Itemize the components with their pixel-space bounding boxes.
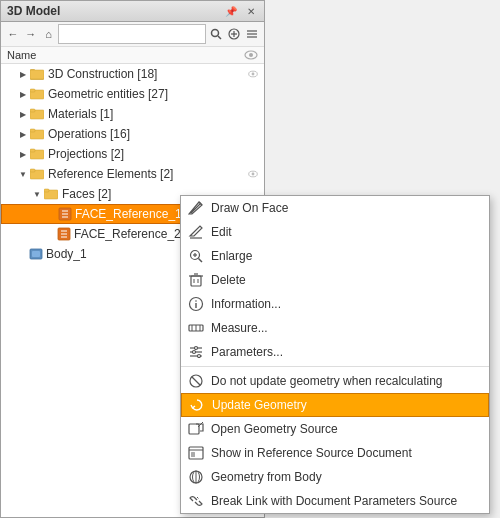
arrow-materials (17, 108, 29, 120)
svg-point-9 (249, 53, 253, 57)
menu-item-delete[interactable]: Delete (181, 268, 489, 292)
home-button[interactable]: ⌂ (41, 24, 57, 44)
label-edit: Edit (211, 225, 232, 239)
panel-title: 3D Model (7, 4, 60, 18)
label-break-link: Break Link with Document Parameters Sour… (211, 494, 457, 508)
params-icon (187, 343, 205, 361)
svg-rect-25 (30, 169, 35, 172)
svg-rect-13 (30, 70, 44, 79)
eye-icon-3d-construction (248, 69, 262, 79)
pin-button[interactable]: 📌 (222, 5, 240, 18)
draw-icon (187, 199, 205, 217)
list-icon (246, 28, 258, 40)
search-icon (210, 28, 222, 40)
open-source-icon (187, 420, 205, 438)
context-menu: Draw On Face Edit Enlarge (180, 195, 490, 514)
menu-item-draw-on-face[interactable]: Draw On Face (181, 196, 489, 220)
arrow-projections (17, 148, 29, 160)
svg-rect-45 (191, 276, 201, 286)
svg-point-27 (252, 173, 255, 176)
menu-item-information[interactable]: Information... (181, 292, 489, 316)
menu-item-break-link[interactable]: Break Link with Document Parameters Sour… (181, 489, 489, 513)
update-icon (188, 396, 206, 414)
face-ref-2-icon (57, 227, 71, 241)
folder-icon-geometric-entities (29, 86, 45, 102)
label-reference-elements: Reference Elements [2] (48, 167, 173, 181)
label-body-1: Body_1 (46, 247, 87, 261)
folder-icon-operations (29, 126, 45, 142)
svg-point-51 (195, 300, 197, 302)
back-button[interactable]: ← (5, 24, 21, 44)
svg-line-76 (197, 497, 199, 499)
folder-icon-reference-elements (29, 166, 45, 182)
label-information: Information... (211, 297, 281, 311)
menu-separator-1 (181, 366, 489, 367)
menu-item-show-in-reference[interactable]: Show in Reference Source Document (181, 441, 489, 465)
plus-icon (228, 28, 240, 40)
label-faces: Faces [2] (62, 187, 111, 201)
label-geometric-entities: Geometric entities [27] (48, 87, 168, 101)
label-update-geometry: Update Geometry (212, 398, 307, 412)
svg-point-0 (212, 30, 219, 37)
eye-icon-reference-elements (248, 169, 262, 179)
svg-point-62 (193, 351, 196, 354)
svg-rect-39 (32, 251, 40, 257)
close-button[interactable]: ✕ (244, 5, 258, 18)
svg-point-15 (252, 73, 255, 76)
tree-item-reference-elements[interactable]: Reference Elements [2] (1, 164, 264, 184)
search-button[interactable] (208, 24, 224, 44)
svg-rect-17 (30, 89, 35, 92)
menu-item-open-geometry-source[interactable]: Open Geometry Source (181, 417, 489, 441)
face-ref-1-icon (58, 207, 72, 221)
label-face-ref-1: FACE_Reference_1 (75, 207, 182, 221)
edit-icon (187, 223, 205, 241)
label-delete: Delete (211, 273, 246, 287)
toolbar: ← → ⌂ (1, 22, 264, 47)
column-header: Name (1, 47, 264, 64)
svg-line-1 (218, 36, 221, 39)
svg-rect-21 (30, 129, 35, 132)
label-operations: Operations [16] (48, 127, 130, 141)
body-1-icon (29, 247, 43, 261)
forward-button[interactable]: → (23, 24, 39, 44)
svg-rect-29 (44, 189, 49, 192)
geo-body-icon (187, 468, 205, 486)
label-open-geometry-source: Open Geometry Source (211, 422, 338, 436)
menu-item-edit[interactable]: Edit (181, 220, 489, 244)
menu-item-measure[interactable]: Measure... (181, 316, 489, 340)
enlarge-icon (187, 247, 205, 265)
svg-point-59 (195, 347, 198, 350)
label-draw-on-face: Draw On Face (211, 201, 288, 215)
label-3d-construction: 3D Construction [18] (48, 67, 157, 81)
tree-item-operations[interactable]: Operations [16] (1, 124, 264, 144)
arrow-operations (17, 128, 29, 140)
menu-item-geometry-from-body[interactable]: Geometry from Body (181, 465, 489, 489)
arrow-geometric-entities (17, 88, 29, 100)
label-materials: Materials [1] (48, 107, 113, 121)
arrow-face-ref-2 (45, 228, 57, 240)
folder-icon-3d-construction (29, 66, 45, 82)
arrow-3d-construction (17, 68, 29, 80)
menu-button[interactable] (244, 24, 260, 44)
svg-line-67 (192, 377, 200, 385)
label-do-not-update: Do not update geometry when recalculatin… (211, 374, 442, 388)
label-measure: Measure... (211, 321, 268, 335)
tree-item-materials[interactable]: Materials [1] (1, 104, 264, 124)
search-input[interactable] (58, 24, 206, 44)
arrow-faces (31, 188, 43, 200)
label-face-ref-2: FACE_Reference_2 (74, 227, 181, 241)
menu-item-update-geometry[interactable]: Update Geometry (181, 393, 489, 417)
svg-line-42 (199, 259, 203, 263)
info-icon (187, 295, 205, 313)
tree-item-geometric-entities[interactable]: Geometric entities [27] (1, 84, 264, 104)
svg-rect-19 (30, 109, 35, 112)
menu-item-parameters[interactable]: Parameters... (181, 340, 489, 364)
break-link-icon (187, 492, 205, 510)
menu-item-do-not-update[interactable]: Do not update geometry when recalculatin… (181, 369, 489, 393)
tree-item-3d-construction[interactable]: 3D Construction [18] (1, 64, 264, 84)
tree-item-projections[interactable]: Projections [2] (1, 144, 264, 164)
label-geometry-from-body: Geometry from Body (211, 470, 322, 484)
add-button[interactable] (226, 24, 242, 44)
menu-item-enlarge[interactable]: Enlarge (181, 244, 489, 268)
folder-icon-faces (43, 186, 59, 202)
